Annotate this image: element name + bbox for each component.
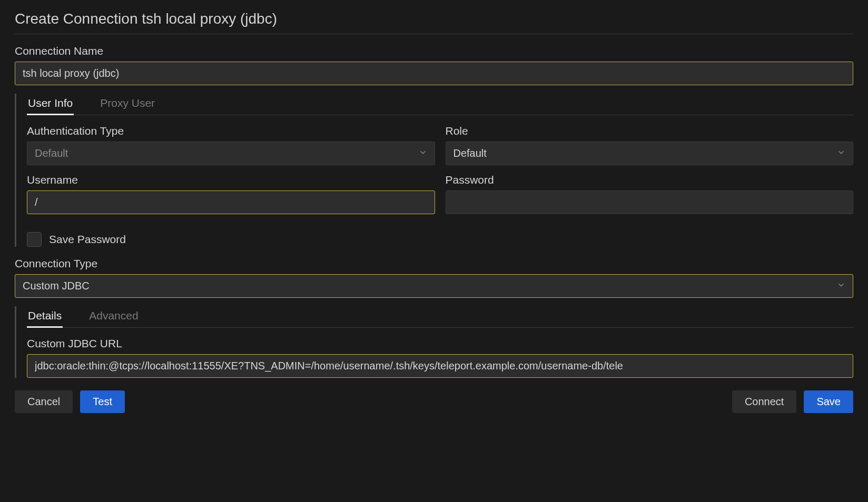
tab-details[interactable]: Details (27, 306, 63, 327)
connection-type-label: Connection Type (15, 257, 853, 270)
button-row: Cancel Test Connect Save (15, 390, 853, 413)
save-button[interactable]: Save (804, 390, 853, 413)
save-password-row: Save Password (27, 232, 853, 247)
role-group: Role Default (446, 125, 854, 165)
connection-type-group: Connection Type Custom JDBC (15, 257, 853, 298)
auth-type-select[interactable]: Default (27, 142, 435, 165)
dialog-title: Create Connection tsh local proxy (jdbc) (15, 11, 853, 34)
tab-advanced[interactable]: Advanced (88, 306, 139, 327)
connection-type-select[interactable]: Custom JDBC (15, 274, 853, 298)
connection-name-group: Connection Name (15, 45, 853, 85)
username-label: Username (27, 174, 435, 186)
right-buttons: Connect Save (732, 390, 853, 413)
role-select[interactable]: Default (446, 142, 854, 165)
connection-name-label: Connection Name (15, 45, 853, 57)
role-label: Role (446, 125, 854, 137)
test-button[interactable]: Test (80, 390, 125, 413)
cancel-button[interactable]: Cancel (15, 390, 73, 413)
save-password-checkbox[interactable] (27, 232, 42, 247)
password-input[interactable] (446, 190, 854, 214)
details-tabs: Details Advanced (27, 306, 853, 328)
left-buttons: Cancel Test (15, 390, 125, 413)
jdbc-url-group: Custom JDBC URL (27, 337, 853, 378)
password-group: Password (446, 174, 854, 214)
username-input[interactable] (27, 190, 435, 214)
connection-name-input[interactable] (15, 62, 853, 85)
connect-button[interactable]: Connect (732, 390, 797, 413)
user-info-tabs: User Info Proxy User (27, 94, 853, 115)
username-group: Username (27, 174, 435, 214)
password-label: Password (446, 174, 854, 186)
auth-type-label: Authentication Type (27, 125, 435, 137)
auth-type-group: Authentication Type Default (27, 125, 435, 165)
tab-proxy-user[interactable]: Proxy User (99, 94, 156, 115)
details-section: Details Advanced Custom JDBC URL (15, 306, 853, 378)
user-info-section: User Info Proxy User Authentication Type… (15, 94, 853, 247)
jdbc-url-label: Custom JDBC URL (27, 337, 853, 350)
save-password-label: Save Password (49, 233, 126, 246)
tab-user-info[interactable]: User Info (27, 94, 74, 115)
jdbc-url-input[interactable] (27, 354, 853, 378)
